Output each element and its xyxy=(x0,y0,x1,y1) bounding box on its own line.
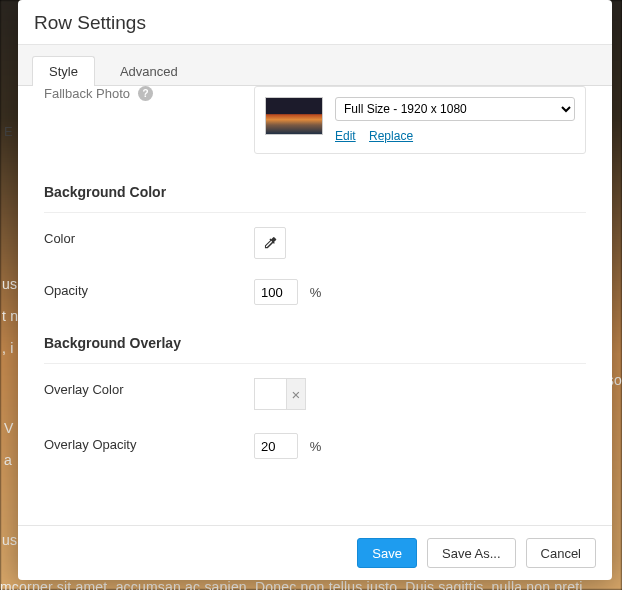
overlay-opacity-label: Overlay Opacity xyxy=(44,433,254,452)
photo-card: Full Size - 1920 x 1080 Edit Replace xyxy=(254,86,586,154)
save-as-button[interactable]: Save As... xyxy=(427,538,516,568)
help-icon[interactable]: ? xyxy=(138,86,153,101)
color-picker-button[interactable] xyxy=(254,227,286,259)
section-heading-bg-color: Background Color xyxy=(44,164,586,213)
photo-replace-link[interactable]: Replace xyxy=(369,129,413,143)
tabs-bar: Style Advanced xyxy=(18,45,612,86)
photo-size-select[interactable]: Full Size - 1920 x 1080 xyxy=(335,97,575,121)
section-heading-bg-overlay: Background Overlay xyxy=(44,315,586,364)
scroll-region[interactable]: Fallback Photo ? Full Size - 1920 x 1080… xyxy=(18,86,612,525)
opacity-input[interactable] xyxy=(254,279,298,305)
cancel-button[interactable]: Cancel xyxy=(526,538,596,568)
panel-footer: Save Save As... Cancel xyxy=(18,525,612,580)
partial-letter: E xyxy=(4,124,13,139)
overlay-opacity-input[interactable] xyxy=(254,433,298,459)
eyedropper-icon xyxy=(262,235,278,251)
tab-advanced[interactable]: Advanced xyxy=(103,56,195,86)
photo-thumbnail[interactable] xyxy=(265,97,323,135)
panel-title: Row Settings xyxy=(34,12,596,34)
overlay-color-label: Overlay Color xyxy=(44,378,254,397)
panel-header: Row Settings xyxy=(18,0,612,45)
settings-panel: Row Settings Style Advanced Fallback Pho… xyxy=(18,0,612,580)
fallback-photo-label: Fallback Photo xyxy=(44,86,130,101)
opacity-label: Opacity xyxy=(44,279,254,298)
opacity-unit: % xyxy=(310,285,322,300)
tab-style[interactable]: Style xyxy=(32,56,95,86)
color-label: Color xyxy=(44,227,254,246)
save-button[interactable]: Save xyxy=(357,538,417,568)
overlay-color-clear-button[interactable]: × xyxy=(286,378,306,410)
panel-body: Fallback Photo ? Full Size - 1920 x 1080… xyxy=(18,86,612,525)
photo-edit-link[interactable]: Edit xyxy=(335,129,356,143)
overlay-opacity-unit: % xyxy=(310,439,322,454)
overlay-color-swatch[interactable] xyxy=(254,378,286,410)
